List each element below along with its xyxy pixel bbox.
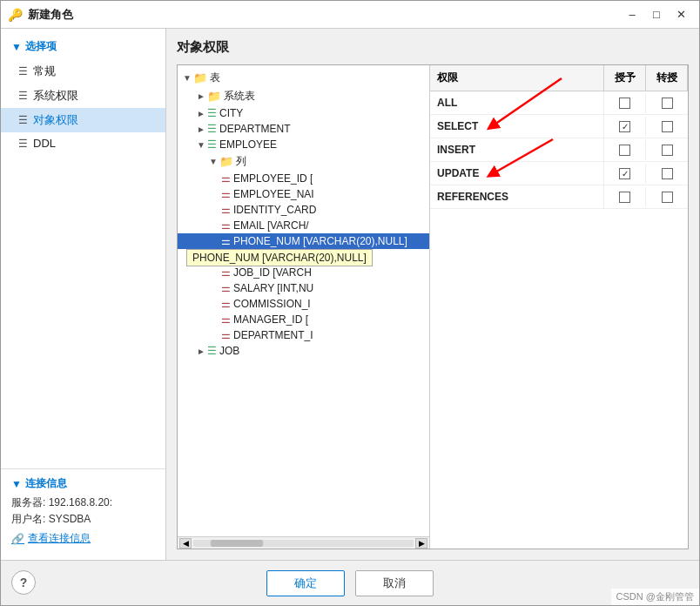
transfer-checkbox-references[interactable] [662,192,673,203]
transfer-checkbox-all[interactable] [662,98,673,109]
h-scroll-right[interactable]: ▶ [415,538,427,549]
department-id-label: DEPARTMENT_I [233,329,313,341]
transfer-checkbox-select[interactable] [662,121,673,132]
tooltip: PHONE_NUM [VARCHAR(20),NULL] [186,249,373,266]
perm-select-grant[interactable]: ✓ [604,117,646,137]
perm-all-name: ALL [430,91,604,114]
grant-checkbox-all[interactable] [619,98,630,109]
tree-department-id[interactable]: ⚌ DEPARTMENT_I [178,327,429,343]
perm-row-insert: INSERT [430,138,688,162]
phone-num-label: PHONE_NUM [VARCHAR(20),NULL] [233,235,407,247]
expand-icon: ▼ [207,157,219,166]
main-panel: 对象权限 ▼ 📁 表 ► 📁 [166,29,699,560]
general-icon: ☰ [18,65,28,77]
expand-icon: ► [195,91,207,101]
expand-icon: ► [195,347,207,356]
transfer-checkbox-update[interactable] [662,168,673,179]
perm-references-name: REFERENCES [430,185,604,208]
connection-title: ▼ 连接信息 [11,476,155,491]
col-icon: ⚌ [221,313,231,326]
perm-all-transfer[interactable] [646,93,688,113]
sidebar-item-ddl[interactable]: ☰ DDL [1,132,165,154]
grant-checkbox-references[interactable] [619,192,630,203]
identity-card-label: IDENTITY_CARD [233,204,316,216]
perm-select-name: SELECT [430,115,604,138]
col-icon: ⚌ [221,282,231,294]
tree-city[interactable]: ► ☰ CITY [178,105,429,121]
col-icon: ⚌ [221,266,231,279]
h-scrollbar[interactable]: ◀ ▶ [178,536,429,549]
minimize-button[interactable]: – [621,5,643,24]
tree-employee-name[interactable]: ⚌ EMPLOYEE_NAI [178,186,429,202]
grant-checkbox-select[interactable]: ✓ [619,121,630,132]
perm-header-name: 权限 [430,65,604,91]
tree-department[interactable]: ► ☰ DEPARTMENT [178,121,429,137]
perm-row-all: ALL [430,91,688,115]
col-icon: ⚌ [221,298,231,310]
help-button[interactable]: ? [11,570,36,595]
perm-row-references: REFERENCES [430,185,688,209]
perm-select-transfer[interactable] [646,117,688,137]
user-info: 用户名: SYSDBA [11,511,155,528]
perm-references-transfer[interactable] [646,187,688,207]
system-priv-icon: ☰ [18,90,28,102]
sidebar-item-general[interactable]: ☰ 常规 [1,59,165,84]
table-icon: ☰ [207,138,217,151]
transfer-checkbox-insert[interactable] [662,145,673,156]
tree-cols[interactable]: ▼ 📁 列 [178,152,429,171]
tree-employee-id[interactable]: ⚌ EMPLOYEE_ID [ [178,171,429,186]
arrow-icon: ▼ [11,41,22,53]
table-icon: ☰ [207,345,217,357]
h-scroll-left[interactable]: ◀ [179,538,192,549]
col-icon: ⚌ [221,172,231,185]
tree-email[interactable]: ⚌ EMAIL [VARCH/ [178,218,429,233]
sidebar-item-system-priv[interactable]: ☰ 系统权限 [1,84,165,108]
tree-commission[interactable]: ⚌ COMMISSION_I [178,296,429,312]
arrow-icon-conn: ▼ [11,478,22,490]
sidebar-item-object-priv[interactable]: ☰ 对象权限 [1,108,165,132]
job-id-label: JOB_ID [VARCH [233,266,312,279]
tree-job-id[interactable]: ⚌ JOB_ID [VARCH [178,265,429,280]
col-icon: ⚌ [221,188,231,200]
folder-icon: 📁 [219,155,233,168]
tree-container[interactable]: ▼ 📁 表 ► 📁 系统表 ► ☰ [178,65,429,536]
permissions-panel: 权限 授予 转授 ALL [430,65,688,549]
expand-icon: ▼ [195,140,207,150]
tree-job[interactable]: ► ☰ JOB [178,343,429,359]
email-label: EMAIL [VARCH/ [233,219,309,232]
window-icon: 🔑 [8,8,23,22]
commission-label: COMMISSION_I [233,298,311,310]
folder-icon: 📁 [193,71,207,84]
perm-references-grant[interactable] [604,187,646,207]
window-title: 新建角色 [28,7,621,23]
window: 🔑 新建角色 – □ ✕ ▼ 选择项 ☰ 常规 ☰ 系统权限 ☰ [0,0,700,606]
tree-identity-card[interactable]: ⚌ IDENTITY_CARD [178,202,429,218]
server-info: 服务器: 192.168.8.20: [11,495,155,511]
tree-employee[interactable]: ▼ ☰ EMPLOYEE [178,137,429,152]
perm-update-grant[interactable]: ✓ [604,164,646,184]
perm-insert-grant[interactable] [604,140,646,160]
perm-update-transfer[interactable] [646,164,688,184]
cancel-button[interactable]: 取消 [355,570,434,596]
tree-salary[interactable]: ⚌ SALARY [INT,NU [178,280,429,296]
cols-label: 列 [236,154,246,169]
close-button[interactable]: ✕ [670,5,692,24]
tree-system-tables[interactable]: ► 📁 系统表 [178,87,429,105]
link-icon: 🔗 [11,533,24,545]
tree-phone-num[interactable]: ⚌ PHONE_NUM [VARCHAR(20),NULL] PHONE_NUM… [178,233,429,249]
grant-checkbox-update[interactable]: ✓ [619,168,630,179]
perm-all-grant[interactable] [604,93,646,113]
maximize-button[interactable]: □ [645,5,668,24]
h-scroll-track[interactable] [193,540,414,547]
confirm-button[interactable]: 确定 [266,570,345,596]
grant-checkbox-insert[interactable] [619,145,630,156]
job-label: JOB [219,345,239,357]
perm-insert-name: INSERT [430,138,604,161]
tree-root[interactable]: ▼ 📁 表 [178,69,429,87]
ddl-icon: ☰ [18,138,28,150]
employee-name-label: EMPLOYEE_NAI [233,188,314,200]
view-connection-link[interactable]: 🔗 查看连接信息 [11,531,155,546]
perm-insert-transfer[interactable] [646,140,688,160]
tree-manager-id[interactable]: ⚌ MANAGER_ID [ [178,312,429,327]
tree-root-label: 表 [210,71,220,85]
